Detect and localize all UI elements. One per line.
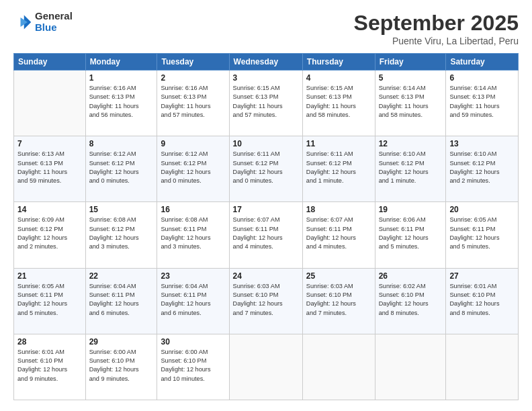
day-cell: 29Sunrise: 6:00 AMSunset: 6:10 PMDayligh…	[85, 334, 157, 400]
day-info: Sunrise: 6:05 AMSunset: 6:11 PMDaylight:…	[449, 216, 515, 251]
day-info: Sunrise: 6:06 AMSunset: 6:11 PMDaylight:…	[379, 216, 443, 251]
day-cell: 25Sunrise: 6:03 AMSunset: 6:10 PMDayligh…	[302, 268, 375, 334]
day-cell: 12Sunrise: 6:10 AMSunset: 6:12 PMDayligh…	[375, 136, 446, 202]
day-cell: 5Sunrise: 6:14 AMSunset: 6:13 PMDaylight…	[375, 71, 446, 136]
page: General Blue September 2025 Puente Viru,…	[0, 0, 532, 411]
day-number: 30	[161, 337, 225, 347]
col-header-thursday: Thursday	[302, 54, 375, 71]
day-info: Sunrise: 6:10 AMSunset: 6:12 PMDaylight:…	[449, 150, 515, 185]
day-number: 4	[306, 73, 371, 83]
day-number: 28	[17, 337, 82, 347]
day-cell: 16Sunrise: 6:08 AMSunset: 6:11 PMDayligh…	[157, 202, 229, 268]
day-number: 10	[233, 139, 299, 148]
day-cell: 28Sunrise: 6:01 AMSunset: 6:10 PMDayligh…	[14, 334, 86, 400]
day-info: Sunrise: 6:01 AMSunset: 6:10 PMDaylight:…	[17, 348, 82, 383]
col-header-wednesday: Wednesday	[229, 54, 302, 71]
day-cell: 19Sunrise: 6:06 AMSunset: 6:11 PMDayligh…	[375, 202, 446, 268]
day-number: 25	[306, 271, 371, 281]
day-cell: 7Sunrise: 6:13 AMSunset: 6:13 PMDaylight…	[14, 136, 86, 202]
day-info: Sunrise: 6:03 AMSunset: 6:10 PMDaylight:…	[306, 282, 371, 318]
day-number: 23	[161, 271, 225, 281]
day-cell: 11Sunrise: 6:11 AMSunset: 6:12 PMDayligh…	[302, 136, 375, 202]
day-info: Sunrise: 6:14 AMSunset: 6:13 PMDaylight:…	[379, 84, 443, 120]
day-number: 15	[89, 205, 154, 214]
day-number: 12	[379, 139, 443, 148]
day-info: Sunrise: 6:12 AMSunset: 6:12 PMDaylight:…	[89, 150, 154, 185]
col-header-sunday: Sunday	[14, 54, 86, 71]
day-info: Sunrise: 6:02 AMSunset: 6:10 PMDaylight:…	[379, 282, 443, 318]
day-cell	[446, 334, 519, 400]
day-info: Sunrise: 6:00 AMSunset: 6:10 PMDaylight:…	[89, 348, 154, 383]
day-number: 16	[161, 205, 225, 214]
day-info: Sunrise: 6:16 AMSunset: 6:13 PMDaylight:…	[161, 84, 225, 120]
day-info: Sunrise: 6:09 AMSunset: 6:12 PMDaylight:…	[17, 216, 82, 251]
day-info: Sunrise: 6:08 AMSunset: 6:12 PMDaylight:…	[89, 216, 154, 251]
day-cell	[302, 334, 375, 400]
day-number: 22	[89, 271, 154, 281]
logo-text: General Blue	[35, 11, 73, 33]
day-cell: 3Sunrise: 6:15 AMSunset: 6:13 PMDaylight…	[229, 71, 302, 136]
day-cell: 30Sunrise: 6:00 AMSunset: 6:10 PMDayligh…	[157, 334, 229, 400]
logo-icon	[13, 13, 32, 32]
day-cell: 6Sunrise: 6:14 AMSunset: 6:13 PMDaylight…	[446, 71, 519, 136]
title-block: September 2025 Puente Viru, La Libertad,…	[354, 11, 519, 46]
day-cell: 13Sunrise: 6:10 AMSunset: 6:12 PMDayligh…	[446, 136, 519, 202]
day-cell: 21Sunrise: 6:05 AMSunset: 6:11 PMDayligh…	[14, 268, 86, 334]
day-number: 20	[449, 205, 515, 214]
day-cell: 2Sunrise: 6:16 AMSunset: 6:13 PMDaylight…	[157, 71, 229, 136]
day-cell: 1Sunrise: 6:16 AMSunset: 6:13 PMDaylight…	[85, 71, 157, 136]
header: General Blue September 2025 Puente Viru,…	[13, 11, 519, 46]
day-cell	[375, 334, 446, 400]
day-info: Sunrise: 6:00 AMSunset: 6:10 PMDaylight:…	[161, 348, 225, 383]
week-row: 21Sunrise: 6:05 AMSunset: 6:11 PMDayligh…	[14, 268, 519, 334]
week-row: 7Sunrise: 6:13 AMSunset: 6:13 PMDaylight…	[14, 136, 519, 202]
day-cell: 26Sunrise: 6:02 AMSunset: 6:10 PMDayligh…	[375, 268, 446, 334]
col-header-monday: Monday	[85, 54, 157, 71]
day-info: Sunrise: 6:04 AMSunset: 6:11 PMDaylight:…	[89, 282, 154, 318]
month-title: September 2025	[354, 11, 519, 36]
day-cell: 9Sunrise: 6:12 AMSunset: 6:12 PMDaylight…	[157, 136, 229, 202]
logo-blue: Blue	[35, 22, 73, 34]
day-cell: 17Sunrise: 6:07 AMSunset: 6:11 PMDayligh…	[229, 202, 302, 268]
day-number: 19	[379, 205, 443, 214]
day-number: 1	[89, 73, 154, 83]
week-row: 1Sunrise: 6:16 AMSunset: 6:13 PMDaylight…	[14, 71, 519, 136]
day-number: 29	[89, 337, 154, 347]
logo: General Blue	[13, 11, 73, 33]
day-cell	[229, 334, 302, 400]
day-info: Sunrise: 6:07 AMSunset: 6:11 PMDaylight:…	[306, 216, 371, 251]
day-number: 13	[449, 139, 515, 148]
day-info: Sunrise: 6:11 AMSunset: 6:12 PMDaylight:…	[233, 150, 299, 185]
day-number: 14	[17, 205, 82, 214]
day-cell	[14, 71, 86, 136]
day-number: 18	[306, 205, 371, 214]
day-number: 24	[233, 271, 299, 281]
location: Puente Viru, La Libertad, Peru	[354, 36, 519, 46]
day-cell: 22Sunrise: 6:04 AMSunset: 6:11 PMDayligh…	[85, 268, 157, 334]
day-info: Sunrise: 6:16 AMSunset: 6:13 PMDaylight:…	[89, 84, 154, 120]
day-info: Sunrise: 6:08 AMSunset: 6:11 PMDaylight:…	[161, 216, 225, 251]
calendar: SundayMondayTuesdayWednesdayThursdayFrid…	[13, 53, 519, 400]
day-cell: 20Sunrise: 6:05 AMSunset: 6:11 PMDayligh…	[446, 202, 519, 268]
day-info: Sunrise: 6:15 AMSunset: 6:13 PMDaylight:…	[306, 84, 371, 120]
day-cell: 14Sunrise: 6:09 AMSunset: 6:12 PMDayligh…	[14, 202, 86, 268]
header-row: SundayMondayTuesdayWednesdayThursdayFrid…	[14, 54, 519, 71]
col-header-tuesday: Tuesday	[157, 54, 229, 71]
day-number: 6	[449, 73, 515, 83]
day-cell: 15Sunrise: 6:08 AMSunset: 6:12 PMDayligh…	[85, 202, 157, 268]
day-number: 17	[233, 205, 299, 214]
col-header-saturday: Saturday	[446, 54, 519, 71]
day-info: Sunrise: 6:04 AMSunset: 6:11 PMDaylight:…	[161, 282, 225, 318]
day-cell: 24Sunrise: 6:03 AMSunset: 6:10 PMDayligh…	[229, 268, 302, 334]
day-info: Sunrise: 6:14 AMSunset: 6:13 PMDaylight:…	[449, 84, 515, 120]
day-cell: 23Sunrise: 6:04 AMSunset: 6:11 PMDayligh…	[157, 268, 229, 334]
day-info: Sunrise: 6:13 AMSunset: 6:13 PMDaylight:…	[17, 150, 82, 185]
day-number: 21	[17, 271, 82, 281]
week-row: 14Sunrise: 6:09 AMSunset: 6:12 PMDayligh…	[14, 202, 519, 268]
day-info: Sunrise: 6:10 AMSunset: 6:12 PMDaylight:…	[379, 150, 443, 185]
day-info: Sunrise: 6:15 AMSunset: 6:13 PMDaylight:…	[233, 84, 299, 120]
day-number: 8	[89, 139, 154, 148]
day-info: Sunrise: 6:01 AMSunset: 6:10 PMDaylight:…	[449, 282, 515, 318]
day-number: 11	[306, 139, 371, 148]
day-number: 7	[17, 139, 82, 148]
